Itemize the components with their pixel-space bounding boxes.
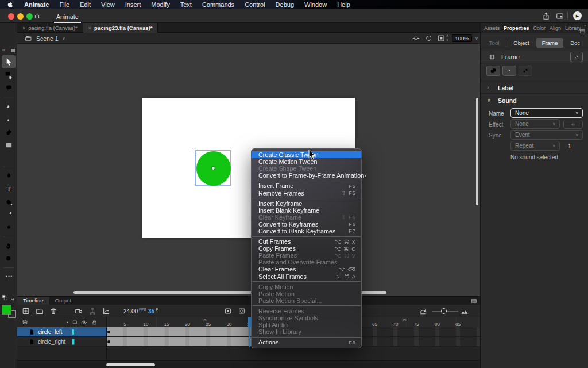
- paint-bucket-tool-icon[interactable]: [2, 195, 16, 209]
- scene-breadcrumb[interactable]: Scene 1: [36, 35, 59, 42]
- menubar-item-modify[interactable]: Modify: [151, 1, 169, 8]
- camera-icon[interactable]: [75, 307, 83, 315]
- free-transform-tool-icon[interactable]: [2, 68, 16, 82]
- sound-effect-select[interactable]: None ∨: [510, 119, 560, 129]
- lock-layers-icon[interactable]: [91, 319, 98, 325]
- menu-item-convert-to-frame-by-frame-animation[interactable]: Convert to Frame-by-Frame Animation›: [252, 172, 361, 179]
- menu-item-create-motion-tween[interactable]: Create Motion Tween: [252, 158, 361, 165]
- zoom-stepper[interactable]: ∧ ∨: [445, 34, 450, 42]
- test-movie-button[interactable]: ▶: [573, 12, 582, 20]
- menu-item-insert-keyframe[interactable]: Insert Keyframe: [252, 200, 361, 207]
- layer-name[interactable]: circle_left: [38, 329, 62, 335]
- close-tab-icon[interactable]: ×: [22, 25, 25, 31]
- clip-content-icon[interactable]: [438, 34, 445, 42]
- loop-icon[interactable]: [238, 307, 246, 315]
- timeline-scrollbar[interactable]: [106, 363, 155, 366]
- eyedropper-tool-icon[interactable]: [2, 209, 16, 222]
- keyframe-action-button[interactable]: [486, 66, 500, 76]
- properties-subtab-object[interactable]: Object: [513, 40, 529, 46]
- timeline-zoom-knob[interactable]: [441, 308, 447, 314]
- current-frame-indicator[interactable]: 35F: [148, 308, 158, 315]
- close-tab-icon[interactable]: ×: [88, 25, 91, 31]
- classic-brush-tool-icon[interactable]: [2, 112, 16, 125]
- sound-name-select[interactable]: None ∨: [510, 108, 583, 118]
- menubar-item-debug[interactable]: Debug: [276, 1, 294, 8]
- transform-point-icon[interactable]: [211, 166, 215, 170]
- properties-subtab-frame[interactable]: Frame: [536, 38, 563, 48]
- scene-chevron-down-icon[interactable]: ∨: [62, 36, 65, 41]
- outline-column-icon[interactable]: [72, 319, 78, 325]
- layer-color-chip[interactable]: [72, 329, 75, 335]
- sound-edit-button[interactable]: [563, 120, 583, 129]
- rotation-tool-icon[interactable]: [425, 34, 432, 42]
- text-tool-icon[interactable]: T: [2, 182, 16, 195]
- menu-item-create-classic-tween[interactable]: Create Classic Tween: [252, 151, 361, 158]
- document-tab[interactable]: ×pacing.fla (Canvas)*: [17, 23, 83, 33]
- zoom-window-button[interactable]: [26, 13, 33, 20]
- menu-item-actions[interactable]: ActionsF9: [252, 339, 361, 346]
- zoom-level-input[interactable]: 100%: [452, 34, 472, 42]
- menubar-item-control[interactable]: Control: [245, 1, 265, 8]
- rectangle-tool-icon[interactable]: [2, 139, 16, 152]
- collapse-tools-icon[interactable]: «: [2, 47, 5, 53]
- stage-vertical-scrollbar[interactable]: [476, 98, 478, 205]
- swap-colors-icon[interactable]: [10, 294, 16, 301]
- menubar-item-commands[interactable]: Commands: [202, 1, 234, 8]
- tools-drag-handle[interactable]: [11, 49, 15, 52]
- active-layer-column-icon[interactable]: [64, 319, 71, 325]
- menubar-item-edit[interactable]: Edit: [80, 1, 91, 8]
- zoom-tool-icon[interactable]: [2, 252, 16, 266]
- new-folder-icon[interactable]: [36, 307, 44, 315]
- edit-scene-icon[interactable]: [25, 34, 32, 42]
- asset-warp-tool-icon[interactable]: [2, 222, 16, 235]
- menu-item-convert-to-blank-keyframes[interactable]: Convert to Blank KeyframesF7: [252, 228, 361, 235]
- panel-tab-color[interactable]: Color: [533, 25, 546, 31]
- timeline-divider[interactable]: [106, 317, 107, 360]
- menu-item-cut-frames[interactable]: Cut Frames⌥ ⌘ X: [252, 238, 361, 245]
- parenting-view-icon[interactable]: [88, 307, 96, 315]
- zoom-step-down-icon[interactable]: ∨: [445, 38, 450, 42]
- menubar-item-insert[interactable]: Insert: [125, 1, 141, 8]
- home-icon[interactable]: [33, 12, 41, 20]
- delete-layer-icon[interactable]: [49, 307, 57, 315]
- panel-tab-assets[interactable]: Assets: [484, 25, 500, 31]
- default-colors-icon[interactable]: [2, 294, 8, 301]
- document-tab[interactable]: ×pacing23.fla (Canvas)*: [83, 23, 158, 33]
- menubar-item-help[interactable]: Help: [337, 1, 350, 8]
- menu-item-insert-frame[interactable]: Insert FrameF5: [252, 182, 361, 189]
- properties-subtab-doc[interactable]: Doc: [570, 40, 580, 46]
- layer-row-circle_right[interactable]: circle_right: [17, 337, 106, 347]
- timeline-zoom-in-icon[interactable]: [461, 307, 469, 315]
- zoom-chevron-down-icon[interactable]: ∨: [475, 36, 478, 41]
- menubar-item-view[interactable]: View: [101, 1, 115, 8]
- new-layer-icon[interactable]: [22, 307, 30, 315]
- expand-panel-button[interactable]: [570, 52, 583, 62]
- menu-item-select-all-frames[interactable]: Select All Frames⌥ ⌘ A: [252, 273, 361, 280]
- more-tools-tool-icon[interactable]: [2, 270, 16, 283]
- timeline-tab-timeline[interactable]: Timeline: [17, 297, 49, 305]
- preview-action-button[interactable]: [502, 66, 516, 76]
- layer-color-chip[interactable]: [72, 339, 75, 345]
- close-window-button[interactable]: [8, 13, 14, 20]
- hand-tool-icon[interactable]: [2, 239, 16, 252]
- stage-pasteboard[interactable]: [17, 44, 480, 296]
- workspace-tab-animate[interactable]: Animate: [48, 10, 87, 23]
- pen-tool-icon[interactable]: [2, 169, 16, 182]
- share-icon[interactable]: [542, 12, 550, 20]
- timeline-panel-menu-icon[interactable]: [471, 298, 477, 304]
- menu-item-remove-frames[interactable]: Remove Frames⇧ F5: [252, 189, 361, 196]
- properties-subtab-tool[interactable]: Tool: [489, 40, 499, 46]
- zoom-step-up-icon[interactable]: ∧: [445, 34, 450, 38]
- eraser-tool-icon[interactable]: [2, 125, 16, 139]
- fps-indicator[interactable]: 24.00FPS: [123, 308, 146, 315]
- minimize-window-button[interactable]: [17, 13, 24, 20]
- panel-tab-align[interactable]: Align: [550, 25, 561, 31]
- fluid-brush-tool-icon[interactable]: [2, 99, 16, 112]
- sound-section-header[interactable]: ∨ Sound: [481, 95, 588, 106]
- hide-layers-icon[interactable]: [81, 319, 87, 325]
- menubar-item-window[interactable]: Window: [304, 1, 327, 8]
- line-tool-icon[interactable]: [2, 152, 16, 165]
- label-section-header[interactable]: › Label: [481, 83, 588, 93]
- menubar-item-file[interactable]: File: [59, 1, 69, 8]
- panel-tab-properties[interactable]: Properties: [504, 25, 529, 31]
